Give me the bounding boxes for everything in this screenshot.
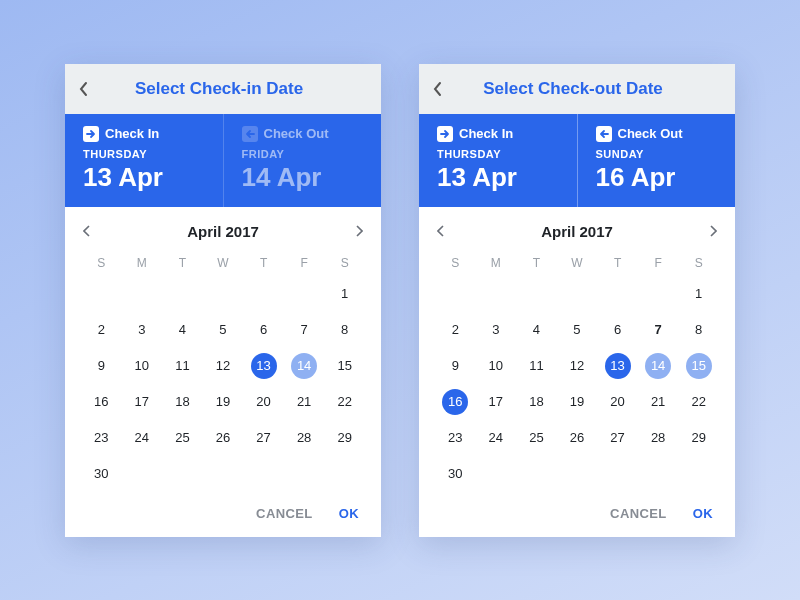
calendar-empty-cell xyxy=(284,458,325,490)
cancel-button[interactable]: CANCEL xyxy=(256,506,313,521)
weekday-label: S xyxy=(435,250,476,274)
calendar-day[interactable]: 3 xyxy=(122,314,163,346)
calendar-day[interactable]: 2 xyxy=(81,314,122,346)
calendar-day[interactable]: 16 xyxy=(81,386,122,418)
calendar-day[interactable]: 18 xyxy=(516,386,557,418)
weekday-label: S xyxy=(81,250,122,274)
calendar-day[interactable]: 5 xyxy=(557,314,598,346)
calendar-day[interactable]: 16 xyxy=(435,386,476,418)
calendar-day[interactable]: 13 xyxy=(243,350,284,382)
weekday-label: W xyxy=(557,250,598,274)
calendar-day[interactable]: 24 xyxy=(122,422,163,454)
next-month-icon[interactable] xyxy=(709,225,717,237)
calendar-day[interactable]: 14 xyxy=(284,350,325,382)
prev-month-icon[interactable] xyxy=(437,225,445,237)
checkout-dow: FRIDAY xyxy=(242,148,366,160)
calendar-day[interactable]: 6 xyxy=(243,314,284,346)
calendar-day[interactable]: 23 xyxy=(81,422,122,454)
calendar-day[interactable]: 22 xyxy=(678,386,719,418)
calendar-day[interactable]: 10 xyxy=(476,350,517,382)
calendar-day[interactable]: 18 xyxy=(162,386,203,418)
checkin-summary[interactable]: Check In THURSDAY 13 Apr xyxy=(419,114,577,207)
ok-button[interactable]: OK xyxy=(693,506,713,521)
calendar-empty-cell xyxy=(516,458,557,490)
calendar-empty-cell xyxy=(284,278,325,310)
calendar-day[interactable]: 19 xyxy=(557,386,598,418)
calendar-day[interactable]: 9 xyxy=(435,350,476,382)
calendar-day[interactable]: 20 xyxy=(597,386,638,418)
ok-button[interactable]: OK xyxy=(339,506,359,521)
calendar-day[interactable]: 1 xyxy=(678,278,719,310)
calendar-day[interactable]: 26 xyxy=(203,422,244,454)
calendar-day[interactable]: 10 xyxy=(122,350,163,382)
prev-month-icon[interactable] xyxy=(83,225,91,237)
calendar-day[interactable]: 15 xyxy=(324,350,365,382)
calendar-day[interactable]: 3 xyxy=(476,314,517,346)
weekday-label: T xyxy=(516,250,557,274)
calendar-day[interactable]: 4 xyxy=(162,314,203,346)
calendar-day[interactable]: 25 xyxy=(516,422,557,454)
weekday-label: M xyxy=(476,250,517,274)
calendar-day[interactable]: 23 xyxy=(435,422,476,454)
calendar-day[interactable]: 28 xyxy=(638,422,679,454)
date-picker-panel-checkout: Select Check-out Date Check In THURSDAY … xyxy=(419,64,735,537)
calendar-day[interactable]: 25 xyxy=(162,422,203,454)
calendar-day[interactable]: 29 xyxy=(324,422,365,454)
month-label: April 2017 xyxy=(187,223,259,240)
checkout-date: 14 Apr xyxy=(242,162,366,193)
calendar-day[interactable]: 7 xyxy=(638,314,679,346)
calendar-day[interactable]: 29 xyxy=(678,422,719,454)
calendar-day[interactable]: 19 xyxy=(203,386,244,418)
checkin-date: 13 Apr xyxy=(83,162,207,193)
checkout-summary[interactable]: Check Out SUNDAY 16 Apr xyxy=(577,114,736,207)
page-title: Select Check-out Date xyxy=(425,79,721,99)
calendar-empty-cell xyxy=(162,458,203,490)
calendar-day[interactable]: 2 xyxy=(435,314,476,346)
calendar-day[interactable]: 4 xyxy=(516,314,557,346)
calendar-day[interactable]: 21 xyxy=(284,386,325,418)
calendar: April 2017 SMTWTFS 123456789101112131415… xyxy=(419,207,735,496)
calendar-day[interactable]: 20 xyxy=(243,386,284,418)
calendar-day[interactable]: 8 xyxy=(678,314,719,346)
calendar-day[interactable]: 30 xyxy=(81,458,122,490)
calendar-grid: 1234567891011121314151617181920212223242… xyxy=(81,278,365,490)
calendar-day[interactable]: 11 xyxy=(516,350,557,382)
date-summary: Check In THURSDAY 13 Apr Check Out SUNDA… xyxy=(419,114,735,207)
calendar-day[interactable]: 14 xyxy=(638,350,679,382)
calendar-day[interactable]: 12 xyxy=(203,350,244,382)
calendar-day[interactable]: 28 xyxy=(284,422,325,454)
weekday-label: T xyxy=(162,250,203,274)
calendar-day[interactable]: 7 xyxy=(284,314,325,346)
calendar-day[interactable]: 1 xyxy=(324,278,365,310)
calendar-day[interactable]: 12 xyxy=(557,350,598,382)
calendar-day[interactable]: 9 xyxy=(81,350,122,382)
calendar-day[interactable]: 26 xyxy=(557,422,598,454)
calendar-empty-cell xyxy=(81,278,122,310)
calendar-empty-cell xyxy=(476,458,517,490)
next-month-icon[interactable] xyxy=(355,225,363,237)
cancel-button[interactable]: CANCEL xyxy=(610,506,667,521)
date-picker-panel-checkin: Select Check-in Date Check In THURSDAY 1… xyxy=(65,64,381,537)
checkin-summary[interactable]: Check In THURSDAY 13 Apr xyxy=(65,114,223,207)
calendar-day[interactable]: 30 xyxy=(435,458,476,490)
calendar-day[interactable]: 24 xyxy=(476,422,517,454)
calendar-day[interactable]: 13 xyxy=(597,350,638,382)
calendar-day[interactable]: 27 xyxy=(597,422,638,454)
weekday-label: S xyxy=(678,250,719,274)
calendar: April 2017 SMTWTFS 123456789101112131415… xyxy=(65,207,381,496)
calendar-day[interactable]: 15 xyxy=(678,350,719,382)
calendar-day[interactable]: 22 xyxy=(324,386,365,418)
calendar-day[interactable]: 27 xyxy=(243,422,284,454)
calendar-day[interactable]: 17 xyxy=(122,386,163,418)
calendar-day[interactable]: 11 xyxy=(162,350,203,382)
checkout-summary[interactable]: Check Out FRIDAY 14 Apr xyxy=(223,114,382,207)
calendar-day[interactable]: 17 xyxy=(476,386,517,418)
checkin-dow: THURSDAY xyxy=(437,148,561,160)
calendar-day[interactable]: 5 xyxy=(203,314,244,346)
calendar-day[interactable]: 6 xyxy=(597,314,638,346)
calendar-empty-cell xyxy=(203,278,244,310)
calendar-empty-cell xyxy=(516,278,557,310)
calendar-day[interactable]: 21 xyxy=(638,386,679,418)
calendar-day[interactable]: 8 xyxy=(324,314,365,346)
page-title: Select Check-in Date xyxy=(71,79,367,99)
